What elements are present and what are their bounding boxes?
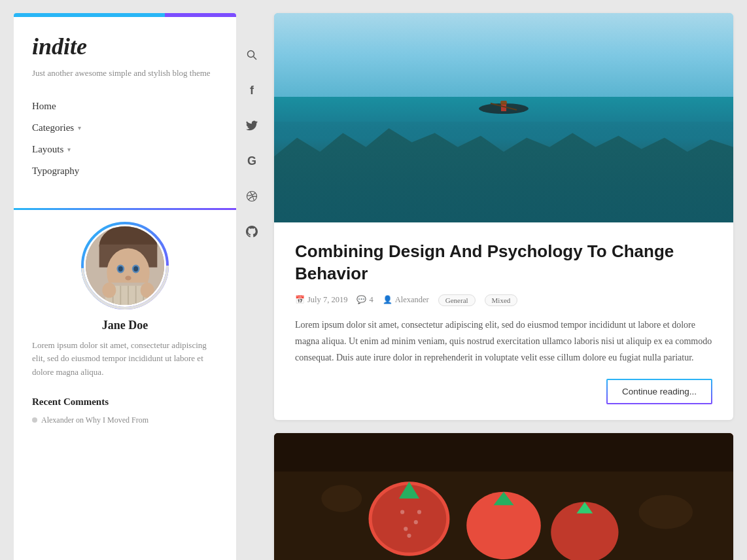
canoe-shape xyxy=(478,101,530,114)
twitter-icon[interactable] xyxy=(241,115,262,136)
article-comments: 4 xyxy=(369,295,373,305)
svg-point-38 xyxy=(404,527,408,531)
site-logo[interactable]: indite xyxy=(32,33,218,60)
nav-label-categories: Categories xyxy=(32,122,74,133)
strawberry-image xyxy=(274,433,733,560)
main-content: Combining Design And Psychology To Chang… xyxy=(268,13,733,560)
calendar-icon: 📅 xyxy=(295,295,305,305)
sidebar-item-layouts[interactable]: Layouts ▾ xyxy=(32,139,218,160)
article-author: Alexander xyxy=(395,295,429,305)
article-date: July 7, 2019 xyxy=(307,295,347,305)
article-card-1: Combining Design And Psychology To Chang… xyxy=(274,13,733,420)
svg-point-19 xyxy=(102,283,116,298)
svg-point-10 xyxy=(133,266,138,271)
sidebar-item-categories[interactable]: Categories ▾ xyxy=(32,117,218,139)
svg-point-37 xyxy=(414,520,418,524)
svg-point-43 xyxy=(638,495,693,529)
sidebar-item-home[interactable]: Home xyxy=(32,96,218,117)
article-excerpt-1: Lorem ipsum dolor sit amet, consectetur … xyxy=(295,317,712,366)
meta-comments: 💬 4 xyxy=(356,295,373,305)
nav-link-layouts[interactable]: Layouts ▾ xyxy=(32,144,218,155)
recent-comments-title: Recent Comments xyxy=(32,396,218,408)
nav-label-typography: Typography xyxy=(32,166,79,177)
facebook-icon[interactable]: f xyxy=(241,80,262,101)
page-wrapper: indite Just another awesome simple and s… xyxy=(14,13,733,560)
svg-point-42 xyxy=(321,485,362,512)
article-body-1: Combining Design And Psychology To Chang… xyxy=(274,222,733,420)
nav-link-typography[interactable]: Typography xyxy=(32,166,218,177)
sky-bg xyxy=(274,13,733,97)
nav-label-home: Home xyxy=(32,101,56,112)
article-image-strawberry xyxy=(274,433,733,560)
recent-comment-item: Alexander on Why I Moved From xyxy=(32,415,218,425)
meta-date: 📅 July 7, 2019 xyxy=(295,295,347,305)
article-tag-mixed[interactable]: Mixed xyxy=(485,294,518,306)
sidebar-nav: Home Categories ▾ Layouts ▾ xyxy=(32,96,218,182)
author-bio: Lorem ipsum dolor sit amet, consectetur … xyxy=(32,339,218,379)
social-bar: f G xyxy=(236,13,268,560)
svg-point-20 xyxy=(141,283,154,298)
search-icon[interactable] xyxy=(241,44,262,65)
author-section: Jane Doe Lorem ipsum dolor sit amet, con… xyxy=(14,210,236,386)
lake-reflection xyxy=(274,122,733,222)
article-title-1[interactable]: Combining Design And Psychology To Chang… xyxy=(295,241,712,285)
sidebar-inner: indite Just another awesome simple and s… xyxy=(14,17,236,201)
article-tag-general[interactable]: General xyxy=(438,294,476,306)
svg-rect-41 xyxy=(274,433,733,472)
comment-avatar-icon xyxy=(32,417,37,423)
article-card-2 xyxy=(274,433,733,560)
svg-point-39 xyxy=(417,510,421,514)
dribbble-icon[interactable] xyxy=(241,186,262,207)
article-meta-1: 📅 July 7, 2019 💬 4 👤 Alexander General M… xyxy=(295,294,712,306)
svg-point-9 xyxy=(118,266,123,271)
site-tagline: Just another awesome simple and stylish … xyxy=(32,67,218,80)
recent-comment-text: Alexander on Why I Moved From xyxy=(41,415,148,425)
sidebar: indite Just another awesome simple and s… xyxy=(14,13,236,560)
continue-btn-wrapper: Continue reading... xyxy=(295,379,712,404)
github-icon[interactable] xyxy=(241,221,262,242)
chevron-down-icon: ▾ xyxy=(78,124,81,131)
article-image-lake xyxy=(274,13,733,222)
svg-point-21 xyxy=(248,51,254,58)
comment-icon: 💬 xyxy=(356,295,366,305)
svg-point-36 xyxy=(400,510,404,514)
avatar-ring xyxy=(82,223,167,308)
svg-point-40 xyxy=(407,534,411,538)
recent-comments-section: Recent Comments Alexander on Why I Moved… xyxy=(14,386,236,425)
user-icon: 👤 xyxy=(383,295,392,305)
avatar-image xyxy=(86,226,164,305)
avatar xyxy=(86,226,164,305)
nav-link-home[interactable]: Home xyxy=(32,101,218,112)
meta-author: 👤 Alexander xyxy=(383,295,429,305)
nav-label-layouts: Layouts xyxy=(32,144,63,155)
chevron-down-icon-layouts: ▾ xyxy=(67,146,71,153)
author-name: Jane Doe xyxy=(102,319,148,332)
nav-list: Home Categories ▾ Layouts ▾ xyxy=(32,96,218,182)
sidebar-item-typography[interactable]: Typography xyxy=(32,160,218,182)
svg-line-22 xyxy=(254,57,257,60)
nav-link-categories[interactable]: Categories ▾ xyxy=(32,122,218,133)
continue-reading-button[interactable]: Continue reading... xyxy=(606,379,712,404)
svg-point-11 xyxy=(125,275,131,280)
google-icon[interactable]: G xyxy=(241,150,262,171)
